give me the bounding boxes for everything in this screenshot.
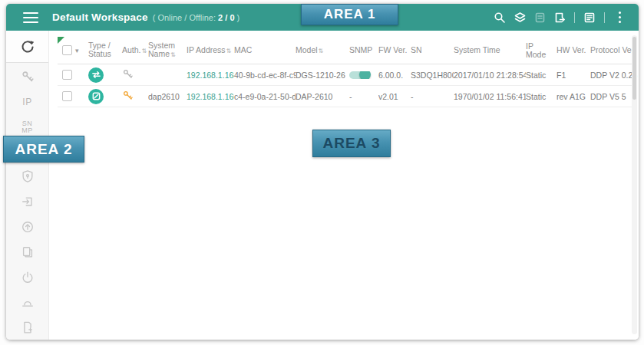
- ip-address-link[interactable]: 192.168.1.168: [187, 71, 234, 80]
- ip-address-link[interactable]: 192.168.1.166: [187, 92, 234, 101]
- online-offline-status: ( Online / Offline: 2 / 0 ): [153, 13, 240, 22]
- col-sn[interactable]: SN: [411, 46, 454, 54]
- col-system-name[interactable]: System Name⇅: [148, 41, 187, 59]
- menu-hamburger-icon[interactable]: [23, 12, 38, 23]
- sn-cell: -: [411, 92, 454, 101]
- form-report-icon[interactable]: [580, 9, 599, 26]
- row-checkbox[interactable]: [62, 91, 72, 101]
- export-file-icon[interactable]: [550, 9, 570, 26]
- col-ip-mode[interactable]: IP Mode: [526, 42, 556, 59]
- system-time-cell: 2017/01/10 21:28:54: [454, 71, 526, 80]
- col-auth[interactable]: Auth.⇅: [122, 46, 148, 55]
- col-type-status[interactable]: Type / Status: [88, 41, 122, 59]
- status-label: ( Online / Offline:: [153, 13, 216, 22]
- col-model[interactable]: Model⇅: [296, 46, 349, 55]
- copy-button[interactable]: [6, 241, 48, 264]
- snmp-cell: -: [349, 92, 378, 101]
- ip-settings-button[interactable]: IP: [6, 90, 48, 113]
- sidebar: IP SNMP: [6, 31, 49, 340]
- hw-ver-cell: rev A1G: [556, 92, 590, 101]
- fw-ver-cell: v2.01: [378, 92, 411, 101]
- auth-key-icon: [122, 90, 148, 103]
- table-header-row: ▾ Type / Status Auth.⇅ System Name⇅ IP A…: [58, 37, 632, 64]
- row-checkbox[interactable]: [62, 70, 72, 80]
- select-all-checkbox[interactable]: [62, 45, 72, 55]
- archive-icon: [530, 9, 550, 26]
- status-suffix: ): [237, 13, 240, 22]
- header-divider-2: [604, 12, 605, 23]
- refresh-button[interactable]: [6, 31, 48, 63]
- snmp-label: SNMP: [20, 120, 35, 134]
- model-cell: DAP-2610: [296, 92, 349, 101]
- col-hw-ver[interactable]: HW Ver.: [556, 46, 590, 54]
- annotation-area-3: AREA 3: [312, 130, 391, 157]
- ip-mode-cell: Static: [526, 71, 556, 80]
- system-time-cell: 1970/01/02 11:56:41: [454, 92, 526, 101]
- header-divider: [574, 12, 575, 23]
- table-corner-marker: [58, 37, 64, 44]
- switch-device-icon[interactable]: [88, 67, 104, 83]
- hw-ver-cell: F1: [556, 71, 590, 80]
- annotation-area-2: AREA 2: [3, 136, 84, 163]
- add-file-button[interactable]: [6, 317, 48, 340]
- mac-cell: c4-e9-0a-21-50-d0: [234, 92, 296, 101]
- col-fw-ver[interactable]: FW Ver.: [378, 46, 411, 54]
- col-mac[interactable]: MAC: [234, 46, 296, 55]
- ip-label: IP: [22, 97, 31, 107]
- access-point-device-icon[interactable]: [88, 89, 104, 104]
- col-ip-address[interactable]: IP Address⇅: [187, 46, 234, 55]
- search-icon[interactable]: [490, 9, 510, 26]
- ip-mode-cell: Static: [526, 92, 556, 101]
- vertical-scrollbar[interactable]: [632, 35, 637, 334]
- ping-button[interactable]: [6, 291, 48, 314]
- annotation-area-1: AREA 1: [301, 4, 398, 25]
- main-content: ▾ Type / Status Auth.⇅ System Name⇅ IP A…: [49, 31, 639, 340]
- scrollbar-thumb[interactable]: [632, 37, 636, 100]
- snmp-toggle[interactable]: [349, 71, 369, 79]
- chevron-down-icon[interactable]: ▾: [75, 47, 79, 54]
- status-count: 2 / 0: [218, 13, 234, 22]
- fw-ver-cell: 6.00.0.: [378, 71, 411, 80]
- device-table: ▾ Type / Status Auth.⇅ System Name⇅ IP A…: [58, 37, 632, 107]
- table-row: 192.168.1.168 40-9b-cd-ec-8f-c9 DGS-1210…: [58, 64, 632, 86]
- table-row: dap2610 192.168.1.166 c4-e9-0a-21-50-d0 …: [58, 86, 632, 107]
- screenshot-root: Default Workspace ( Online / Offline: 2 …: [0, 0, 644, 345]
- window-body: IP SNMP: [6, 31, 639, 340]
- layers-icon[interactable]: [510, 9, 530, 26]
- sn-cell: S3DQ1H8000.: [411, 71, 454, 80]
- upgrade-button[interactable]: [6, 215, 48, 238]
- export-box-button[interactable]: [6, 190, 48, 213]
- security-shield-button[interactable]: [6, 165, 48, 188]
- credentials-key-button[interactable]: [6, 65, 48, 88]
- mac-cell: 40-9b-cd-ec-8f-c9: [234, 71, 296, 80]
- workspace-title: Default Workspace: [52, 12, 148, 23]
- col-system-time[interactable]: System Time: [454, 46, 526, 54]
- system-name-cell: dap2610: [148, 92, 187, 101]
- auth-key-icon: [122, 68, 148, 81]
- kebab-menu-icon[interactable]: [609, 9, 629, 26]
- app-window: Default Workspace ( Online / Offline: 2 …: [6, 4, 639, 340]
- model-cell: DGS-1210-26: [296, 71, 349, 80]
- power-button[interactable]: [6, 266, 48, 289]
- col-snmp[interactable]: SNMP: [349, 46, 378, 54]
